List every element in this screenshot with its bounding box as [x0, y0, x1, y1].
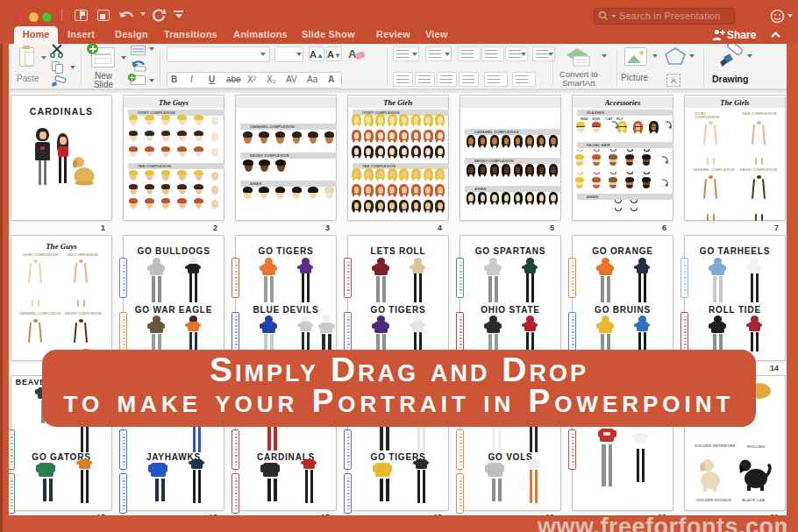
svg-text:A: A [348, 47, 357, 60]
